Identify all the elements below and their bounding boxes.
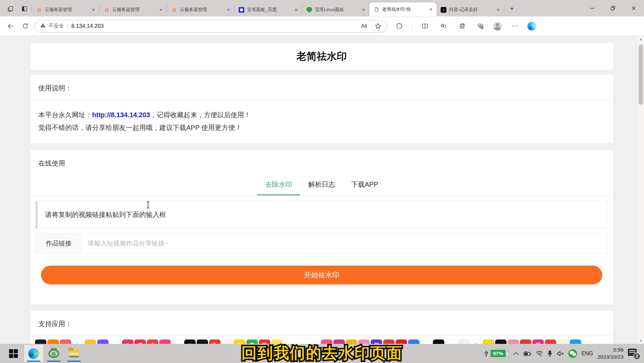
aliyun-icon: (-) (104, 7, 110, 13)
browser-tab-watermark-active[interactable]: 老简祛水印-快 × (369, 2, 437, 16)
link-input-row: 作品链接 (36, 233, 608, 254)
read-aloud-icon[interactable] (358, 20, 369, 32)
url-text[interactable]: 8.134.14.203 (71, 23, 355, 29)
tab-remove-watermark[interactable]: 去除水印 (257, 175, 300, 195)
usage-body: 本平台永久网址：http://8.134.14.203，记得收藏起来，方便以后使… (30, 100, 613, 134)
new-tab-button[interactable]: + (507, 4, 517, 14)
close-window-button[interactable] (623, 0, 644, 16)
page-viewport: 老简祛水印 使用说明： 本平台永久网址：http://8.134.14.203，… (0, 36, 644, 344)
browser-toolbar: 不安全 | 8.134.14.203 (0, 16, 644, 36)
tab-close-icon[interactable]: × (361, 7, 367, 13)
function-tabs: 去除水印 解析日志 下载APP (30, 175, 613, 195)
browser-tab-cloud-3[interactable]: (-) 云服务器管理 × (167, 3, 234, 16)
extensions-icon[interactable] (393, 20, 405, 32)
favorites-hub-icon[interactable] (438, 20, 449, 32)
browser-tab-cloud-2[interactable]: (-) 云服务器管理 × (99, 3, 167, 16)
security-label[interactable]: 不安全 (49, 23, 64, 29)
minimize-button[interactable] (581, 0, 602, 16)
profile-avatar-icon[interactable] (493, 22, 502, 31)
window-controls (581, 0, 644, 16)
scrollbar-thumb[interactable] (639, 44, 643, 105)
address-bar[interactable]: 不安全 | 8.134.14.203 (34, 20, 387, 33)
aliyun-icon: (-) (36, 7, 42, 13)
paste-notice: 请将复制的视频链接粘贴到下面的输入框 (36, 201, 608, 229)
workspaces-icon[interactable] (5, 3, 16, 14)
supported-apps-card: 支持应用： ♪◉☺b◉▷●Q书火▣▶X▣头●快趣报☺▶t♣◎◎A☺刷▦1.▶◉♪… (30, 311, 613, 344)
usage-header: 使用说明： (30, 75, 613, 100)
text-cursor (146, 201, 150, 209)
page-content: 老简祛水印 使用说明： 本平台永久网址：http://8.134.14.203，… (0, 36, 644, 344)
toolbar-divider (412, 22, 412, 30)
link-input-label: 作品链接 (36, 234, 82, 253)
browser-tab-douyin[interactable]: ♪ 抖音-记录美好 × (437, 3, 504, 16)
address-divider: | (67, 23, 68, 29)
settings-more-icon[interactable] (509, 20, 520, 32)
online-use-card: 在线使用 去除水印 解析日志 下载APP 请将复制的视频链接粘贴到下面的输入框 … (30, 150, 613, 305)
video-subtitle: 回到我们的去水印页面 (0, 343, 644, 363)
favorite-star-icon[interactable] (372, 20, 384, 32)
aliyun-icon: (-) (171, 7, 177, 13)
video-link-input[interactable] (82, 234, 607, 253)
tab-close-icon[interactable]: × (226, 7, 232, 13)
screen: (-) 云服务器管理 × (-) 云服务器管理 × (-) 云服务器管理 × 宝… (0, 0, 644, 363)
split-screen-icon[interactable] (419, 20, 431, 32)
online-use-header: 在线使用 (30, 150, 613, 168)
tab-actions-icon[interactable] (19, 3, 30, 14)
baidu-icon (239, 7, 244, 13)
page-title: 老简祛水印 (296, 50, 347, 63)
supported-apps-header: 支持应用： (30, 311, 613, 335)
refresh-icon[interactable] (19, 20, 31, 32)
tab-close-icon[interactable]: × (293, 7, 299, 13)
toolbar-right-icons (393, 20, 536, 32)
restore-button[interactable] (602, 0, 623, 16)
not-secure-warning-icon[interactable] (40, 22, 46, 30)
tab-close-icon[interactable]: × (495, 7, 501, 13)
scroll-up-icon[interactable]: ▲ (638, 36, 644, 42)
browser-essentials-icon[interactable] (475, 20, 486, 32)
browser-tab-baidu[interactable]: 宝塔面板_百度 × (235, 3, 302, 16)
usage-line-1: 本平台永久网址：http://8.134.14.203，记得收藏起来，方便以后使… (38, 108, 605, 121)
page-scrollbar[interactable]: ▲ ▼ (638, 36, 644, 344)
back-icon[interactable] (5, 20, 16, 32)
tab-download-app[interactable]: 下载APP (343, 175, 386, 195)
tab-close-icon[interactable]: × (90, 7, 96, 13)
permanent-url-link[interactable]: http://8.134.14.203 (92, 111, 150, 119)
browser-tab-cloud-1[interactable]: (-) 云服务器管理 × (32, 3, 99, 16)
copilot-icon[interactable] (527, 22, 536, 31)
usage-card: 使用说明： 本平台永久网址：http://8.134.14.203，记得收藏起来… (30, 75, 613, 143)
browser-tab-baota[interactable]: 宝塔Linux面板 × (302, 3, 369, 16)
usage-line-2: 觉得不错的话，请分享给朋友一起用哦，建议下载APP 使用更方便！ (38, 121, 605, 134)
title-card: 老简祛水印 (30, 43, 613, 70)
tab-separator (504, 5, 504, 12)
collections-icon[interactable] (456, 20, 468, 32)
tab-close-icon[interactable]: × (428, 6, 434, 12)
tab-close-icon[interactable]: × (158, 7, 164, 13)
browser-tab-bar: (-) 云服务器管理 × (-) 云服务器管理 × (-) 云服务器管理 × 宝… (0, 0, 644, 16)
page-document-icon (373, 6, 379, 12)
tab-parse-log[interactable]: 解析日志 (300, 175, 343, 195)
scrollbar-track[interactable] (638, 42, 644, 337)
start-remove-watermark-button[interactable]: 开始祛水印 (41, 266, 602, 284)
baota-shield-icon (306, 7, 312, 13)
tiktok-icon: ♪ (441, 7, 446, 13)
